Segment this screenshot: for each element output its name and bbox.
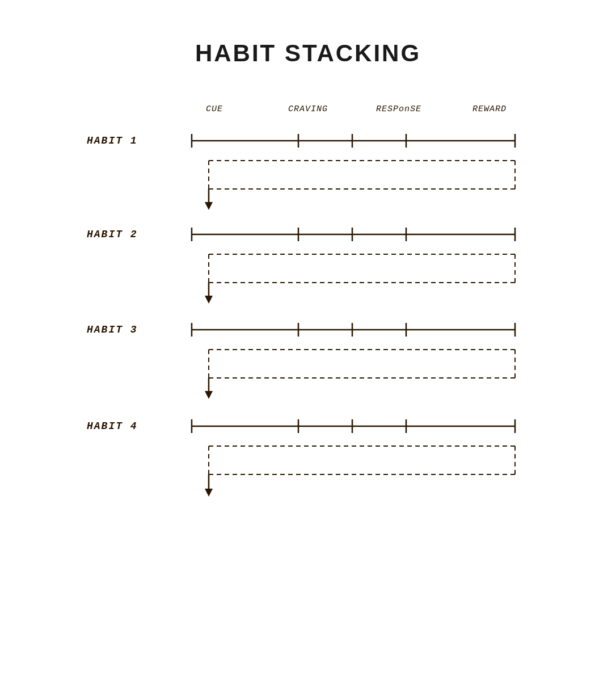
habit-4-label: HABIT 4 — [87, 421, 138, 432]
habit-2-label: HABIT 2 — [87, 229, 138, 240]
habit-stacking-diagram: CUE CRAVING RESPonSE REWARD HABIT 1 — [87, 101, 552, 669]
col-header-craving: CRAVING — [288, 104, 328, 114]
col-header-cue: CUE — [206, 104, 223, 114]
connector-4-arrowhead — [205, 489, 213, 497]
page: HABIT STACKING CUE CRAVING RESPonSE REWA… — [0, 0, 616, 681]
connector-1-arrowhead — [205, 202, 213, 210]
connector-3-arrowhead — [205, 391, 213, 399]
col-header-reward: REWARD — [472, 104, 507, 114]
diagram-area: CUE CRAVING RESPonSE REWARD HABIT 1 — [64, 101, 552, 671]
col-header-response: RESPonSE — [376, 104, 421, 114]
connector-2-arrowhead — [205, 296, 213, 304]
habit-1-label: HABIT 1 — [87, 135, 138, 146]
habit-3-label: HABIT 3 — [87, 324, 138, 335]
main-title: HABIT STACKING — [0, 23, 616, 67]
